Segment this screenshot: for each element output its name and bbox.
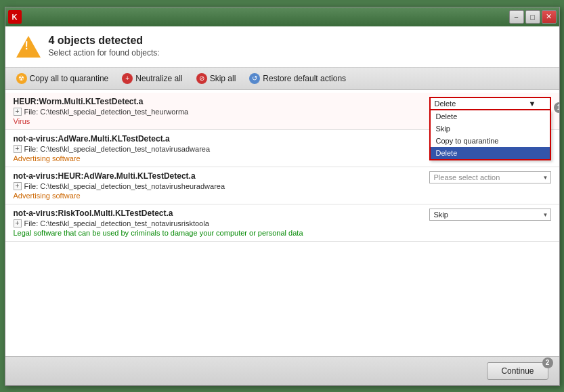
threat-1-dropdown[interactable]: Delete ▼ Delete Skip Copy to quarantine … xyxy=(429,97,551,110)
threat-file-2: + File: C:\test\kl_special_detection_tes… xyxy=(14,145,418,153)
threat-info-3: not-a-virus:HEUR:AdWare.Multi.KLTestDete… xyxy=(14,171,418,200)
app-icon: K xyxy=(8,10,22,24)
threat-row-4: not-a-virus:RiskTool.Multi.KLTestDetect.… xyxy=(14,209,551,237)
threat-file-4: + File: C:\test\kl_special_detection_tes… xyxy=(14,219,418,227)
threat-4-dropdown[interactable]: Skip Delete Copy to quarantine xyxy=(429,209,551,221)
dropdown-option-delete-2[interactable]: Delete xyxy=(431,147,550,159)
threat-type-4: Legal software that can be used by crimi… xyxy=(14,229,418,237)
threat-list: HEUR:Worm.Multi.KLTestDetect.a + File: C… xyxy=(5,90,559,356)
threat-name-4: not-a-virus:RiskTool.Multi.KLTestDetect.… xyxy=(14,209,418,218)
action-area-4: Skip Delete Copy to quarantine ▼ xyxy=(429,209,551,221)
footer: Continue 2 xyxy=(5,356,559,385)
skip-all-button[interactable]: ⊘ Skip all xyxy=(194,72,239,85)
window-controls: − □ ✕ xyxy=(509,10,557,24)
continue-button[interactable]: Continue 2 xyxy=(487,362,548,380)
header-title: 4 objects detected xyxy=(49,35,548,47)
copy-all-button[interactable]: ☢ Copy all to quarantine xyxy=(14,72,112,85)
dropdown-option-quarantine-1[interactable]: Copy to quarantine xyxy=(431,135,550,147)
threat-type-3: Advertising software xyxy=(14,192,418,200)
threat-file-1: + File: C:\test\kl_special_detection_tes… xyxy=(14,108,418,116)
expand-btn-3[interactable]: + xyxy=(14,182,22,190)
threat-type-1: Virus xyxy=(14,117,418,125)
warning-triangle xyxy=(16,36,41,58)
threat-row-3: not-a-virus:HEUR:AdWare.Multi.KLTestDete… xyxy=(14,171,551,200)
titlebar: K − □ ✕ xyxy=(5,7,559,26)
main-window: K − □ ✕ 4 objects detected Select action… xyxy=(5,7,560,386)
threat-name-3: not-a-virus:HEUR:AdWare.Multi.KLTestDete… xyxy=(14,171,418,181)
threat-item-3: not-a-virus:HEUR:AdWare.Multi.KLTestDete… xyxy=(5,167,559,204)
header-text: 4 objects detected Select action for fou… xyxy=(49,35,548,58)
threat-3-dropdown-wrapper: Please select action Delete Skip Copy to… xyxy=(429,171,551,183)
skip-icon: ⊘ xyxy=(196,73,207,84)
expand-btn-2[interactable]: + xyxy=(14,145,22,153)
dropdown-arrow-1: ▼ xyxy=(529,100,536,108)
action-area-1: Delete ▼ Delete Skip Copy to quarantine … xyxy=(429,97,551,110)
threat-name-1: HEUR:Worm.Multi.KLTestDetect.a xyxy=(14,97,418,106)
dropdown-option-delete-1[interactable]: Delete xyxy=(431,110,550,123)
threat-item-1: HEUR:Worm.Multi.KLTestDetect.a + File: C… xyxy=(5,93,559,130)
action-area-3: Please select action Delete Skip Copy to… xyxy=(429,171,551,183)
threat-name-2: not-a-virus:AdWare.Multi.KLTestDetect.a xyxy=(14,134,418,144)
warning-icon xyxy=(16,35,41,59)
badge-2: 2 xyxy=(542,357,553,368)
threat-item-4: not-a-virus:RiskTool.Multi.KLTestDetect.… xyxy=(5,204,559,242)
threat-file-3: + File: C:\test\kl_special_detection_tes… xyxy=(14,182,418,190)
threat-1-dropdown-list: Delete Skip Copy to quarantine Delete xyxy=(429,110,551,160)
threat-info-4: not-a-virus:RiskTool.Multi.KLTestDetect.… xyxy=(14,209,418,237)
close-button[interactable]: ✕ xyxy=(542,10,557,24)
threat-type-2: Advertising software xyxy=(14,154,418,162)
threat-info-1: HEUR:Worm.Multi.KLTestDetect.a + File: C… xyxy=(14,97,418,125)
minimize-button[interactable]: − xyxy=(509,10,524,24)
expand-btn-4[interactable]: + xyxy=(14,219,22,227)
header: 4 objects detected Select action for fou… xyxy=(5,26,559,68)
header-subtitle: Select action for found objects: xyxy=(49,48,548,58)
threat-1-dropdown-display[interactable]: Delete ▼ xyxy=(429,97,551,110)
maximize-button[interactable]: □ xyxy=(525,10,540,24)
restore-icon: ↺ xyxy=(249,73,260,84)
badge-1: 1 xyxy=(554,102,559,113)
threat-row-1: HEUR:Worm.Multi.KLTestDetect.a + File: C… xyxy=(14,97,551,125)
quarantine-icon: ☢ xyxy=(16,73,27,84)
expand-btn-1[interactable]: + xyxy=(14,108,22,116)
threat-3-dropdown[interactable]: Please select action Delete Skip Copy to… xyxy=(429,171,551,183)
neutralize-all-button[interactable]: + Neutralize all xyxy=(119,72,185,85)
threat-4-dropdown-wrapper: Skip Delete Copy to quarantine ▼ xyxy=(429,209,551,221)
restore-default-button[interactable]: ↺ Restore default actions xyxy=(246,72,349,85)
neutralize-icon: + xyxy=(122,73,133,84)
toolbar: ☢ Copy all to quarantine + Neutralize al… xyxy=(5,68,559,90)
threat-info-2: not-a-virus:AdWare.Multi.KLTestDetect.a … xyxy=(14,134,418,162)
dropdown-option-skip-1[interactable]: Skip xyxy=(431,123,550,135)
